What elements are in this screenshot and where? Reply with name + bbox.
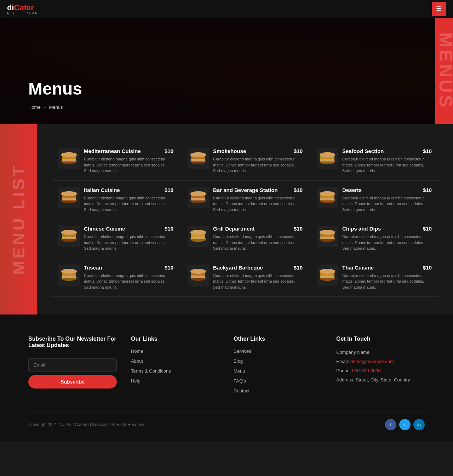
menu-description: Curabitur eleifend magna quis nibh conse…: [84, 156, 173, 174]
subscribe-button[interactable]: Subscribe: [28, 375, 117, 389]
hero-content: Menus Home » Menus: [0, 79, 110, 110]
footer-link[interactable]: Terms & Conditions: [131, 368, 171, 374]
menu-item[interactable]: Bar and Beverage Station $10 Curabitur e…: [180, 181, 310, 220]
menu-image: [317, 148, 338, 169]
svg-rect-51: [191, 236, 205, 239]
menu-item[interactable]: Italian Cuisine $10 Curabitur eleifend m…: [51, 181, 180, 220]
svg-rect-30: [191, 198, 205, 200]
left-watermark-text: MENU LIST: [9, 164, 28, 275]
menu-item[interactable]: Deserts $10 Curabitur eleifend magna qui…: [310, 181, 439, 220]
menu-name: Backyard Barbeque: [213, 265, 263, 271]
menu-info: Chips and Dips $10 Curabitur eleifend ma…: [342, 226, 432, 251]
menu-price: $10: [294, 187, 303, 193]
twitter-icon[interactable]: t: [399, 419, 411, 430]
facebook-icon[interactable]: f: [385, 419, 396, 430]
menu-info: Backyard Barbeque $10 Curabitur eleifend…: [213, 265, 303, 290]
contact-email-row: Email: demo@example.com: [336, 357, 425, 366]
menu-title-row: Italian Cuisine $10: [84, 187, 173, 193]
menu-name: Italian Cuisine: [84, 187, 120, 193]
menu-image: [188, 226, 209, 247]
menu-item[interactable]: Backyard Barbeque $10 Curabitur eleifend…: [180, 258, 310, 297]
page-title: Menus: [28, 79, 82, 98]
footer-link[interactable]: Blog: [234, 358, 243, 364]
menu-item[interactable]: Grill Department $10 Curabitur eleifend …: [180, 219, 310, 258]
footer-grid: Subscribe To Our Newsletter For Latest U…: [28, 336, 425, 397]
phone-value[interactable]: 000-000-0000: [352, 368, 381, 373]
menu-item[interactable]: Tuscan $10 Curabitur eleifend magna quis…: [51, 258, 180, 297]
menu-price: $10: [165, 226, 173, 232]
address-label: Address:: [336, 377, 354, 382]
menu-item[interactable]: Smokehouse $10 Curabitur eleifend magna …: [180, 142, 310, 181]
menu-info: Seafood Section $10 Curabitur eleifend m…: [342, 148, 432, 174]
menu-image: [317, 187, 338, 208]
contact-col: Get In Touch Company Name Email: demo@ex…: [336, 336, 425, 397]
footer-link[interactable]: Menu: [234, 368, 245, 374]
footer: Subscribe To Our Newsletter For Latest U…: [0, 314, 453, 441]
menu-price: $10: [165, 148, 173, 154]
footer-link[interactable]: Help: [131, 378, 141, 384]
menu-info: Smokehouse $10 Curabitur eleifend magna …: [213, 148, 303, 174]
newsletter-col: Subscribe To Our Newsletter For Latest U…: [28, 336, 117, 397]
our-links-title: Our Links: [131, 336, 219, 342]
menu-name: Chinese Cuisine: [84, 226, 125, 232]
menu-info: Tuscan $10 Curabitur eleifend magna quis…: [84, 265, 173, 290]
svg-rect-79: [320, 275, 334, 278]
menu-image: [58, 265, 80, 286]
menu-image: [188, 187, 209, 208]
footer-link[interactable]: FAQ's: [234, 378, 246, 384]
list-item: Services: [234, 348, 322, 354]
svg-point-55: [190, 230, 206, 235]
email-value[interactable]: demo@example.com: [350, 359, 394, 364]
menu-description: Curabitur eleifend magna quis nibh conse…: [342, 234, 432, 251]
footer-link[interactable]: About: [131, 358, 143, 364]
other-links-title: Other Links: [234, 336, 322, 342]
logo-sub: DIVI — PLUS: [7, 11, 38, 15]
svg-point-6: [61, 152, 77, 157]
menu-title-row: Deserts $10: [342, 187, 432, 193]
breadcrumb-separator: »: [44, 104, 46, 110]
menu-title-row: Mediterranean Cuisine $10: [84, 148, 173, 154]
footer-link[interactable]: Contact: [234, 388, 250, 393]
svg-point-83: [320, 269, 335, 274]
footer-bottom: Copyright 2021 DiviPlus Catering Service…: [28, 412, 425, 430]
contact-info: Company Name Email: demo@example.com Pho…: [336, 348, 425, 385]
svg-rect-16: [320, 159, 334, 162]
menu-price: $10: [165, 265, 173, 271]
menu-item[interactable]: Chinese Cuisine $10 Curabitur eleifend m…: [51, 219, 180, 258]
menu-price: $10: [294, 148, 303, 154]
menu-description: Curabitur eleifend magna quis nibh conse…: [342, 195, 432, 213]
menu-item[interactable]: Thai Cuisine $10 Curabitur eleifend magn…: [310, 258, 439, 297]
linkedin-icon[interactable]: in: [413, 419, 425, 430]
list-item: Contact: [234, 387, 322, 394]
menu-item[interactable]: Seafood Section $10 Curabitur eleifend m…: [310, 142, 439, 181]
side-watermark: MENUS: [435, 18, 453, 124]
hamburger-button[interactable]: ☰: [432, 2, 446, 16]
menu-description: Curabitur eleifend magna quis nibh conse…: [84, 195, 173, 213]
side-watermark-text: MENUS: [435, 32, 453, 109]
menu-price: $10: [423, 187, 432, 193]
company-name: Company Name: [336, 348, 425, 357]
menu-image: [58, 226, 80, 247]
menu-image: [58, 148, 80, 169]
email-input[interactable]: [28, 358, 117, 372]
logo: diCater DIVI — PLUS: [7, 3, 38, 15]
footer-link[interactable]: Services: [234, 348, 251, 354]
our-links-list: HomeAboutTerms & ConditionsHelp: [131, 348, 219, 384]
menu-name: Bar and Beverage Station: [213, 187, 278, 193]
menu-info: Chinese Cuisine $10 Curabitur eleifend m…: [84, 226, 173, 251]
svg-rect-72: [191, 275, 205, 278]
footer-link[interactable]: Home: [131, 348, 143, 354]
menu-item[interactable]: Mediterranean Cuisine $10 Curabitur elei…: [51, 142, 180, 181]
email-label: Email:: [336, 359, 349, 364]
menu-price: $10: [423, 265, 432, 271]
svg-rect-9: [191, 159, 205, 162]
hero-section: MENUS Menus Home » Menus: [0, 18, 453, 124]
svg-point-69: [61, 269, 77, 274]
breadcrumb-home[interactable]: Home: [28, 104, 41, 110]
menu-info: Deserts $10 Curabitur eleifend magna qui…: [342, 187, 432, 213]
menu-description: Curabitur eleifend magna quis nibh conse…: [213, 273, 303, 290]
menu-name: Seafood Section: [342, 148, 384, 154]
menu-title-row: Chinese Cuisine $10: [84, 226, 173, 232]
menu-item[interactable]: Chips and Dips $10 Curabitur eleifend ma…: [310, 219, 439, 258]
svg-rect-44: [62, 236, 76, 239]
